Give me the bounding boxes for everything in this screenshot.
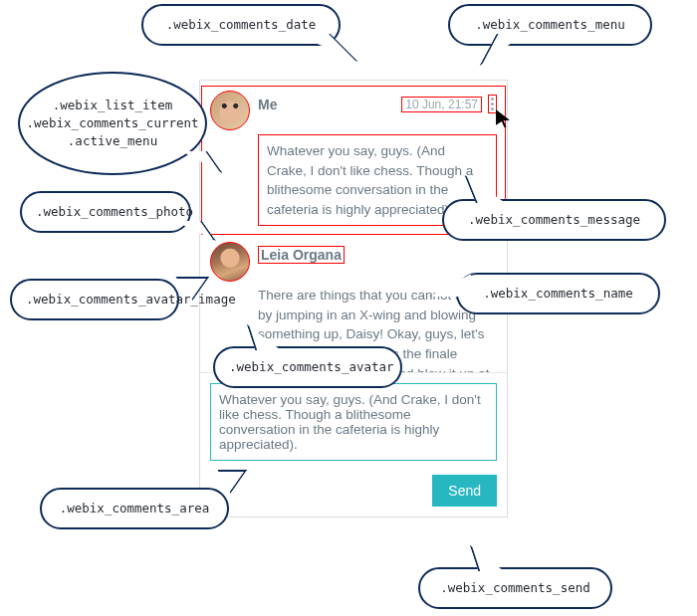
avatar-image	[210, 91, 250, 130]
callout-photo: .webix_comments_photo	[20, 191, 191, 233]
comment-textarea[interactable]	[210, 383, 497, 461]
callout-menu: .webix_comments_menu	[448, 4, 652, 46]
comment-author: Leia Organa	[258, 246, 345, 264]
callout-avatar: .webix_comments_avatar	[213, 346, 402, 388]
comment-author: Me	[258, 97, 277, 112]
callout-listitem: .webix_list_item .webix_comments_current…	[18, 72, 207, 175]
comment-menu-icon[interactable]	[488, 95, 497, 113]
callout-tail	[295, 34, 358, 62]
comment-date: 10 Jun, 21:57	[401, 97, 482, 112]
comment-form: Send	[200, 372, 507, 516]
callout-area: .webix_comments_area	[40, 488, 229, 529]
callout-avatar-image: .webix_comments_avatar_image	[10, 279, 179, 320]
callout-name: .webix_comments_name	[456, 273, 660, 314]
avatar-image	[210, 242, 250, 282]
callout-message: .webix_comments_message	[442, 199, 666, 241]
callout-send: .webix_comments_send	[418, 567, 612, 609]
send-button[interactable]: Send	[432, 475, 497, 507]
